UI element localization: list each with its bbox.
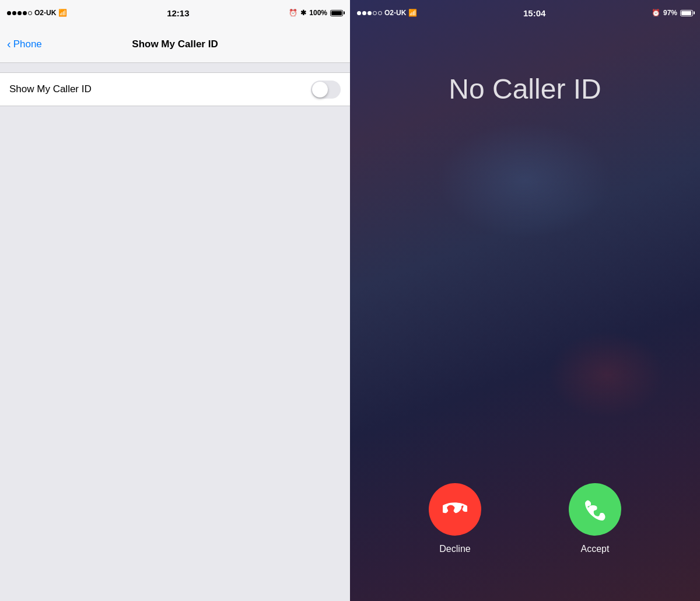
status-right-left: ⏰ ✱ 100%	[289, 9, 343, 17]
nav-bar-left: ‹ Phone Show My Caller ID	[0, 26, 350, 63]
signal-dot-r2	[362, 11, 366, 15]
call-buttons-area: Decline Accept	[350, 483, 700, 601]
battery-fill-right	[681, 11, 691, 15]
decline-container: Decline	[429, 483, 481, 554]
right-panel: O2-UK 📶 15:04 ⏰ 97% No Caller ID Decline	[350, 0, 700, 601]
settings-section: Show My Caller ID	[0, 72, 350, 106]
time-right: 15:04	[523, 8, 545, 18]
caller-id-toggle[interactable]	[311, 81, 341, 99]
battery-left	[330, 10, 343, 16]
status-bar-left: O2-UK 📶 12:13 ⏰ ✱ 100%	[0, 0, 350, 26]
accept-phone-icon	[583, 498, 607, 521]
signal-dot-3	[18, 11, 22, 15]
status-bar-right: O2-UK 📶 15:04 ⏰ 97%	[350, 0, 700, 26]
battery-body-left	[330, 10, 343, 16]
battery-body-right	[680, 10, 693, 16]
time-left: 12:13	[167, 8, 189, 18]
bluetooth-icon-left: ✱	[300, 9, 306, 17]
left-panel: O2-UK 📶 12:13 ⏰ ✱ 100% ‹ Phone Show My C…	[0, 0, 350, 601]
accept-container: Accept	[569, 483, 621, 554]
signal-dot-r4	[373, 11, 377, 15]
signal-carrier-left: O2-UK 📶	[7, 9, 67, 17]
back-chevron-icon: ‹	[7, 38, 11, 50]
carrier-left: O2-UK	[34, 9, 56, 17]
signal-dot-4	[23, 11, 27, 15]
back-label: Phone	[13, 39, 42, 50]
battery-percent-right: 97%	[663, 9, 677, 17]
signal-dots-left	[7, 11, 32, 15]
decline-icon-final	[443, 497, 467, 522]
signal-dot-2	[12, 11, 16, 15]
toggle-thumb	[312, 82, 328, 97]
alarm-icon-left: ⏰	[289, 9, 298, 17]
battery-percent-left: 100%	[309, 9, 327, 17]
caller-id-row: Show My Caller ID	[0, 73, 350, 106]
signal-dots-right	[357, 11, 382, 15]
wifi-icon-right: 📶	[408, 9, 417, 17]
carrier-right: O2-UK	[384, 9, 406, 17]
decline-button[interactable]	[429, 483, 481, 536]
signal-dot-r3	[368, 11, 372, 15]
page-title: Show My Caller ID	[132, 39, 218, 50]
accept-label: Accept	[581, 544, 610, 554]
signal-carrier-right: O2-UK 📶	[357, 9, 417, 17]
caller-id-label: Show My Caller ID	[9, 83, 92, 95]
settings-content-area	[0, 106, 350, 601]
battery-fill-left	[331, 11, 342, 15]
signal-dot-r5	[378, 11, 382, 15]
alarm-icon-right: ⏰	[652, 9, 660, 17]
decline-label: Decline	[439, 544, 470, 554]
back-button[interactable]: ‹ Phone	[7, 39, 42, 50]
no-caller-id-area: No Caller ID	[350, 26, 700, 483]
signal-dot-5	[28, 11, 32, 15]
signal-dot-r1	[357, 11, 361, 15]
signal-dot-1	[7, 11, 11, 15]
status-right-right: ⏰ 97%	[652, 9, 693, 17]
wifi-icon-left: 📶	[58, 9, 67, 17]
no-caller-id-text: No Caller ID	[449, 72, 601, 106]
accept-button[interactable]	[569, 483, 621, 536]
